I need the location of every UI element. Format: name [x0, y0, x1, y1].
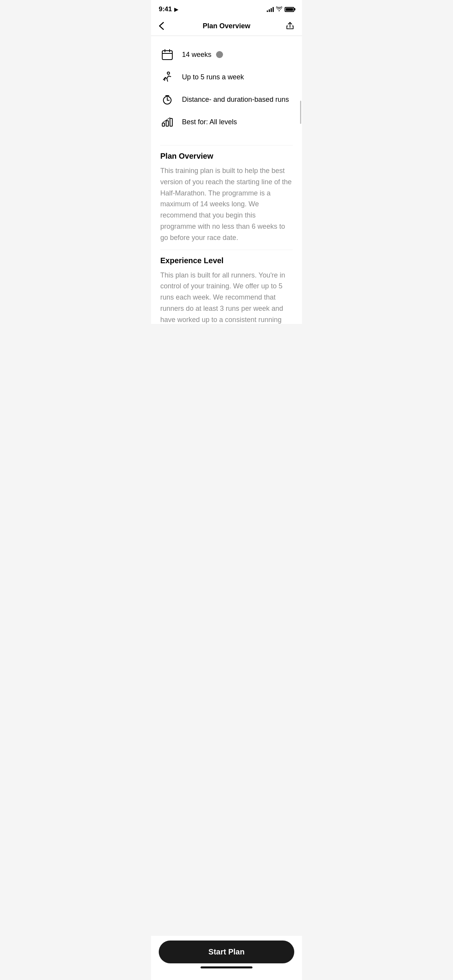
status-time: 9:41 ▶ — [159, 5, 178, 13]
scrollbar-thumb — [300, 101, 301, 124]
status-icons — [267, 6, 294, 12]
battery-icon — [285, 7, 294, 12]
plan-overview-title: Plan Overview — [160, 152, 293, 161]
experience-level-title: Experience Level — [160, 256, 293, 265]
runs-text: Up to 5 runs a week — [182, 73, 244, 81]
plan-info-item-weeks: 14 weeks — [160, 48, 293, 62]
location-arrow-icon: ▶ — [174, 7, 178, 12]
back-button[interactable] — [159, 22, 173, 30]
experience-level-body: This plan is built for all runners. You'… — [160, 270, 293, 324]
svg-point-4 — [167, 72, 170, 74]
svg-rect-10 — [162, 123, 165, 126]
wifi-icon — [276, 6, 282, 12]
running-icon — [160, 70, 174, 84]
stopwatch-icon — [160, 93, 174, 106]
share-button[interactable] — [280, 22, 294, 30]
weeks-row: 14 weeks — [182, 51, 223, 59]
svg-rect-12 — [170, 118, 172, 126]
plan-info-item-distance: Distance- and duration-based runs — [160, 93, 293, 106]
plan-info-section: 14 weeks Up to 5 runs a week — [151, 36, 302, 145]
plan-info-item-level: Best for: All levels — [160, 115, 293, 129]
time-display: 9:41 — [159, 5, 172, 13]
status-bar: 9:41 ▶ — [151, 0, 302, 17]
level-text: Best for: All levels — [182, 118, 237, 126]
page-title: Plan Overview — [173, 22, 280, 30]
chart-icon — [160, 115, 174, 129]
plan-overview-body: This training plan is built to help the … — [160, 165, 293, 243]
plan-overview-section: Plan Overview This training plan is buil… — [151, 146, 302, 250]
badge-dot — [216, 51, 223, 58]
signal-icon — [267, 7, 274, 12]
distance-text: Distance- and duration-based runs — [182, 96, 289, 104]
experience-level-section: Experience Level This plan is built for … — [151, 250, 302, 324]
svg-rect-0 — [162, 51, 172, 60]
calendar-icon — [160, 48, 174, 62]
weeks-text: 14 weeks — [182, 51, 211, 59]
svg-rect-11 — [166, 121, 168, 126]
plan-info-item-runs: Up to 5 runs a week — [160, 70, 293, 84]
nav-bar: Plan Overview — [151, 17, 302, 36]
scroll-content: 14 weeks Up to 5 runs a week — [151, 36, 302, 324]
scrollbar-track — [300, 101, 301, 217]
